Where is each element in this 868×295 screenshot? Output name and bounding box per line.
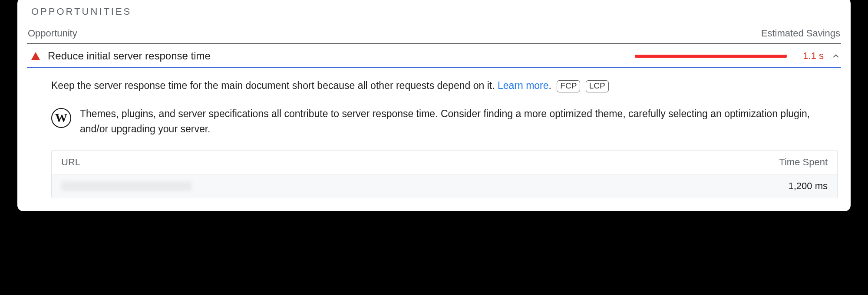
metric-badge-lcp: LCP	[586, 80, 609, 92]
section-heading: OPPORTUNITIES	[31, 6, 841, 17]
description-period: .	[549, 80, 551, 91]
time-spent-column-header: Time Spent	[779, 157, 828, 168]
url-table-header: URL Time Spent	[52, 151, 837, 174]
column-header-opportunity: Opportunity	[28, 28, 77, 39]
description-text: Keep the server response time for the ma…	[51, 80, 498, 91]
opportunity-title: Reduce initial server response time	[48, 50, 635, 62]
metric-badge-fcp: FCP	[557, 80, 580, 92]
opportunities-table-header: Opportunity Estimated Savings	[27, 28, 841, 44]
url-column-header: URL	[61, 157, 80, 168]
savings-bar	[635, 55, 787, 58]
url-cell-redacted	[61, 181, 191, 191]
url-table: URL Time Spent 1,200 ms	[51, 150, 838, 198]
stack-pack-text: Themes, plugins, and server specificatio…	[80, 106, 838, 137]
opportunity-description: Keep the server response time for the ma…	[51, 78, 838, 93]
time-spent-value: 1,200 ms	[789, 180, 828, 192]
learn-more-link[interactable]: Learn more	[498, 80, 549, 91]
column-header-savings: Estimated Savings	[761, 28, 840, 39]
opportunity-details: Keep the server response time for the ma…	[27, 68, 841, 198]
url-table-row: 1,200 ms	[52, 174, 837, 198]
stack-pack-row: W Themes, plugins, and server specificat…	[51, 106, 838, 137]
opportunity-row[interactable]: Reduce initial server response time 1.1 …	[27, 44, 841, 68]
fail-triangle-icon	[31, 52, 40, 60]
savings-value: 1.1 s	[800, 50, 824, 62]
wordpress-icon: W	[51, 108, 71, 128]
opportunities-panel: OPPORTUNITIES Opportunity Estimated Savi…	[17, 0, 851, 211]
chevron-up-icon[interactable]	[832, 52, 840, 60]
